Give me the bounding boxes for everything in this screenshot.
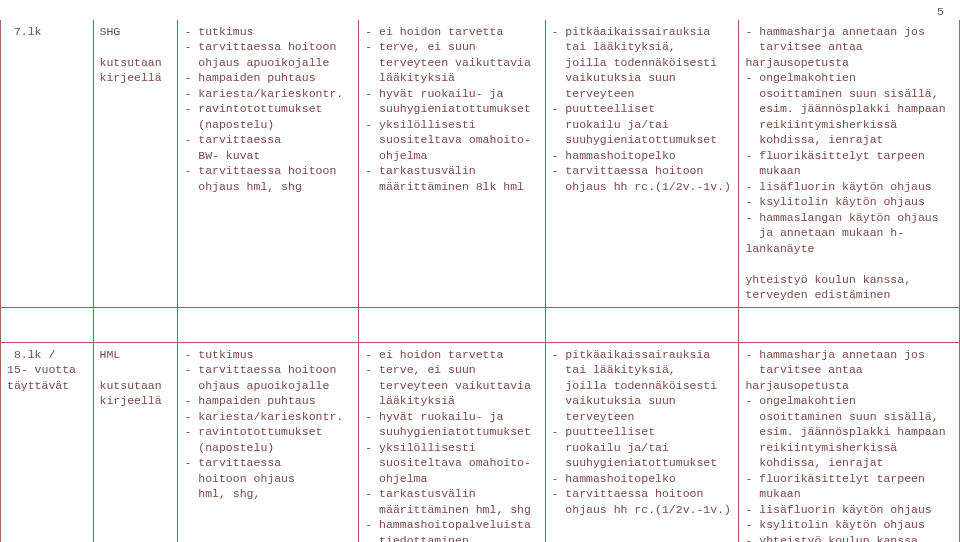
cell-grade: 8.lk / 15- vuotta täyttävät bbox=[7, 347, 87, 394]
cell-action: - hammasharja annetaan jos tarvitsee ant… bbox=[745, 24, 953, 303]
cell-exam: - tutkimus - tarvittaessa hoitoon ohjaus… bbox=[184, 24, 352, 195]
cell-who: SHG kutsutaan kirjeellä bbox=[100, 24, 172, 86]
cell-who: HML kutsutaan kirjeellä bbox=[100, 347, 172, 409]
cell-healthy: - ei hoidon tarvetta - terve, ei suun te… bbox=[365, 347, 538, 542]
cell-risk: - pitkäaikaissairauksia tai lääkityksiä,… bbox=[552, 347, 733, 518]
table-row: 8.lk / 15- vuotta täyttävät HML kutsutaa… bbox=[1, 342, 960, 542]
spacer-row bbox=[1, 307, 960, 342]
table-row: 7.lk SHG kutsutaan kirjeellä - tutkimus … bbox=[1, 20, 960, 308]
document-table: 7.lk SHG kutsutaan kirjeellä - tutkimus … bbox=[0, 20, 960, 542]
cell-risk: - pitkäaikaissairauksia tai lääkityksiä,… bbox=[552, 24, 733, 195]
page-number: 5 bbox=[0, 0, 960, 20]
cell-action: - hammasharja annetaan jos tarvitsee ant… bbox=[745, 347, 953, 542]
cell-healthy: - ei hoidon tarvetta - terve, ei suun te… bbox=[365, 24, 538, 195]
cell-grade: 7.lk bbox=[7, 24, 87, 40]
cell-exam: - tutkimus - tarvittaessa hoitoon ohjaus… bbox=[184, 347, 352, 502]
